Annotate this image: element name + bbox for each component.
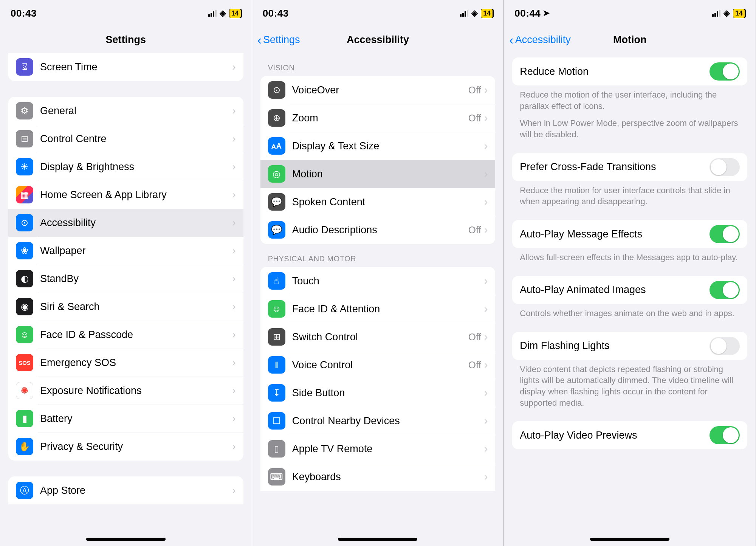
toggle-card: Reduce Motion xyxy=(512,57,747,85)
list-row[interactable]: ⊙VoiceOverOff› xyxy=(260,76,496,104)
list-row[interactable]: ⊙Accessibility› xyxy=(8,209,243,237)
wifi-icon: ◈ xyxy=(220,8,226,18)
list-row[interactable]: SOSEmergency SOS› xyxy=(8,349,243,377)
row-label: Apple TV Remote xyxy=(292,443,484,455)
toggle-row[interactable]: Auto-Play Message Effects xyxy=(512,220,747,248)
toggle-switch[interactable] xyxy=(710,337,740,355)
row-icon: ▮ xyxy=(16,410,33,427)
list-row[interactable]: ◎Motion› xyxy=(260,160,496,188)
list-row[interactable]: ▯Apple TV Remote› xyxy=(260,435,496,463)
list-row[interactable]: ⦀Voice ControlOff› xyxy=(260,351,496,379)
toggle-switch[interactable] xyxy=(710,62,740,81)
toggle-row[interactable]: Dim Flashing Lights xyxy=(512,332,747,360)
list-row[interactable]: ◉Siri & Search› xyxy=(8,293,243,321)
row-icon: ❀ xyxy=(16,242,33,259)
chevron-right-icon: › xyxy=(232,245,235,257)
section-footer: Reduce the motion for user interface con… xyxy=(504,181,756,209)
list-row[interactable]: ▮Battery› xyxy=(8,405,243,433)
toggle-switch[interactable] xyxy=(710,158,740,176)
row-label: Face ID & Passcode xyxy=(40,329,232,341)
list-row[interactable]: ☐Control Nearby Devices› xyxy=(260,407,496,435)
chevron-right-icon: › xyxy=(484,443,488,455)
row-label: Face ID & Attention xyxy=(292,303,484,315)
list-row[interactable]: ⚙︎General› xyxy=(8,97,243,125)
chevron-right-icon: › xyxy=(484,224,488,236)
hourglass-icon: ⌛︎ xyxy=(16,58,33,76)
row-icon: ☀︎ xyxy=(16,158,33,175)
back-button[interactable]: ‹ Settings xyxy=(252,33,300,46)
chevron-right-icon: › xyxy=(232,357,235,369)
section-physical-header: PHYSICAL AND MOTOR xyxy=(252,244,504,267)
row-icon: ⊙ xyxy=(268,81,285,99)
list-row[interactable]: ☺︎Face ID & Passcode› xyxy=(8,321,243,349)
row-value: Off xyxy=(468,112,481,124)
chevron-right-icon: › xyxy=(484,471,488,483)
list-row[interactable]: ✺Exposure Notifications› xyxy=(8,377,243,405)
row-icon: ☺︎ xyxy=(268,300,285,318)
row-label: Wallpaper xyxy=(40,245,232,257)
list-row[interactable]: ⊟Control Centre› xyxy=(8,125,243,153)
list-row[interactable]: ⊕ZoomOff› xyxy=(260,104,496,132)
chevron-right-icon: › xyxy=(484,112,488,124)
toggle-switch[interactable] xyxy=(710,426,740,444)
toggle-row[interactable]: Prefer Cross-Fade Transitions xyxy=(512,153,747,181)
row-value: Off xyxy=(468,224,481,236)
row-icon: ▯ xyxy=(268,440,285,458)
chevron-right-icon: › xyxy=(232,105,235,117)
row-icon: ⌨︎ xyxy=(268,468,285,486)
settings-group: ⚙︎General›⊟Control Centre›☀︎Display & Br… xyxy=(8,97,243,461)
status-time: 00:44 ➤ xyxy=(514,8,550,19)
list-row[interactable]: ⌨︎Keyboards› xyxy=(260,463,496,491)
status-time: 00:43 xyxy=(263,8,289,19)
list-row[interactable]: ⊞Switch ControlOff› xyxy=(260,323,496,351)
status-icons: ◈ 14 xyxy=(712,8,745,18)
status-time: 00:43 xyxy=(11,8,37,19)
chevron-right-icon: › xyxy=(484,196,488,208)
chevron-right-icon: › xyxy=(484,275,488,287)
list-row[interactable]: ☺︎Face ID & Attention› xyxy=(260,295,496,323)
list-row[interactable]: ☝︎Touch› xyxy=(260,267,496,295)
list-row[interactable]: ☀︎Display & Brightness› xyxy=(8,153,243,181)
back-button[interactable]: ‹ Accessibility xyxy=(504,33,570,46)
list-row[interactable]: 💬Audio DescriptionsOff› xyxy=(260,216,496,244)
settings-pane: 00:43 ◈ 14 Settings ⌛︎ Screen Time › ⚙︎G… xyxy=(0,0,252,546)
row-label: Battery xyxy=(40,413,232,425)
toggle-switch[interactable] xyxy=(710,225,740,243)
home-indicator[interactable] xyxy=(86,538,166,541)
accessibility-pane: 00:43 ◈ 14 ‹ Settings Accessibility VISI… xyxy=(252,0,504,546)
cellular-icon xyxy=(208,10,217,17)
screen-time-row[interactable]: ⌛︎ Screen Time › xyxy=(8,53,243,81)
row-label: Accessibility xyxy=(40,217,232,229)
list-row[interactable]: ▦Home Screen & App Library› xyxy=(8,181,243,209)
row-label: Auto-Play Video Previews xyxy=(520,430,710,441)
chevron-right-icon: › xyxy=(232,189,235,201)
list-row[interactable]: ᴀADisplay & Text Size› xyxy=(260,132,496,160)
chevron-right-icon: › xyxy=(232,61,235,73)
chevron-right-icon: › xyxy=(232,273,235,285)
chevron-right-icon: › xyxy=(232,133,235,145)
row-icon: ✺ xyxy=(16,382,33,399)
toggle-row[interactable]: Reduce Motion xyxy=(512,57,747,85)
row-icon: SOS xyxy=(16,354,33,371)
list-row[interactable]: ❀Wallpaper› xyxy=(8,237,243,265)
chevron-right-icon: › xyxy=(232,484,235,496)
toggle-row[interactable]: Auto-Play Video Previews xyxy=(512,421,747,449)
physical-group: ☝︎Touch›☺︎Face ID & Attention›⊞Switch Co… xyxy=(260,267,496,491)
list-row[interactable]: ✋Privacy & Security› xyxy=(8,433,243,461)
home-indicator[interactable] xyxy=(590,538,669,541)
toggle-switch[interactable] xyxy=(710,281,740,299)
list-row[interactable]: ↧Side Button› xyxy=(260,379,496,407)
app-store-row[interactable]: Ⓐ App Store › xyxy=(8,476,243,504)
chevron-right-icon: › xyxy=(484,415,488,427)
row-icon: ⊙ xyxy=(16,214,33,231)
chevron-right-icon: › xyxy=(232,329,235,341)
home-indicator[interactable] xyxy=(338,538,417,541)
chevron-right-icon: › xyxy=(484,168,488,180)
toggle-card: Auto-Play Animated Images xyxy=(512,276,747,304)
toggle-row[interactable]: Auto-Play Animated Images xyxy=(512,276,747,304)
chevron-right-icon: › xyxy=(484,359,488,371)
list-row[interactable]: ◐StandBy› xyxy=(8,265,243,293)
list-row[interactable]: 💬Spoken Content› xyxy=(260,188,496,216)
row-value: Off xyxy=(468,84,481,96)
toggle-card: Auto-Play Message Effects xyxy=(512,220,747,248)
